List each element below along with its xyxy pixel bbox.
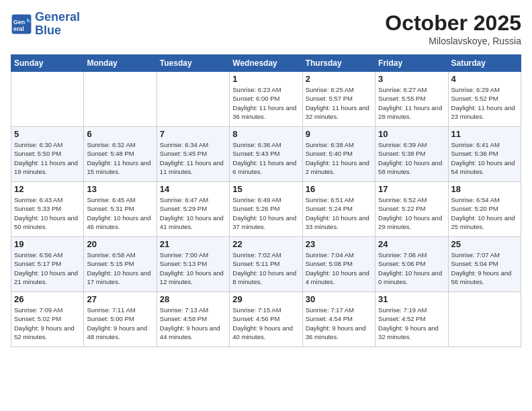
header: Gen eral General Blue October 2025 Milos… [11, 11, 521, 46]
day-number: 30 [306, 294, 372, 304]
logo-text-line2: Blue [35, 24, 80, 38]
day-info: Sunrise: 6:38 AM Sunset: 5:40 PM Dayligh… [306, 140, 372, 176]
day-number: 3 [378, 74, 445, 84]
week-row-3: 12Sunrise: 6:43 AM Sunset: 5:33 PM Dayli… [11, 182, 521, 237]
day-number: 25 [451, 239, 518, 249]
day-cell [157, 72, 229, 127]
day-info: Sunrise: 7:17 AM Sunset: 4:54 PM Dayligh… [306, 306, 372, 341]
day-cell: 2Sunrise: 6:25 AM Sunset: 5:57 PM Daylig… [302, 72, 375, 127]
day-info: Sunrise: 6:23 AM Sunset: 6:00 PM Dayligh… [232, 85, 299, 121]
day-info: Sunrise: 6:25 AM Sunset: 5:57 PM Dayligh… [306, 85, 372, 121]
day-cell: 8Sunrise: 6:36 AM Sunset: 5:43 PM Daylig… [230, 127, 302, 182]
day-info: Sunrise: 7:09 AM Sunset: 5:02 PM Dayligh… [14, 306, 81, 341]
day-cell: 16Sunrise: 6:51 AM Sunset: 5:24 PM Dayli… [302, 182, 375, 237]
day-number: 11 [451, 129, 518, 139]
day-info: Sunrise: 7:00 AM Sunset: 5:13 PM Dayligh… [160, 250, 226, 286]
day-cell: 5Sunrise: 6:30 AM Sunset: 5:50 PM Daylig… [11, 127, 84, 182]
day-cell: 27Sunrise: 7:11 AM Sunset: 5:00 PM Dayli… [84, 292, 157, 347]
col-friday: Friday [375, 55, 448, 72]
calendar-container: Gen eral General Blue October 2025 Milos… [0, 0, 532, 411]
day-info: Sunrise: 6:56 AM Sunset: 5:17 PM Dayligh… [14, 250, 81, 286]
day-info: Sunrise: 6:45 AM Sunset: 5:31 PM Dayligh… [87, 195, 153, 231]
day-cell: 6Sunrise: 6:32 AM Sunset: 5:48 PM Daylig… [84, 127, 157, 182]
day-number: 14 [160, 184, 226, 194]
day-info: Sunrise: 6:49 AM Sunset: 5:26 PM Dayligh… [232, 195, 299, 231]
calendar-header-row: Sunday Monday Tuesday Wednesday Thursday… [11, 55, 521, 72]
day-info: Sunrise: 7:15 AM Sunset: 4:56 PM Dayligh… [232, 306, 299, 341]
col-tuesday: Tuesday [157, 55, 229, 72]
day-number: 13 [87, 184, 153, 194]
day-number: 6 [87, 129, 153, 139]
day-number: 28 [160, 294, 226, 304]
day-cell: 24Sunrise: 7:06 AM Sunset: 5:06 PM Dayli… [375, 237, 448, 292]
day-cell: 21Sunrise: 7:00 AM Sunset: 5:13 PM Dayli… [157, 237, 229, 292]
day-cell: 17Sunrise: 6:52 AM Sunset: 5:22 PM Dayli… [375, 182, 448, 237]
day-info: Sunrise: 7:04 AM Sunset: 5:08 PM Dayligh… [306, 250, 372, 286]
day-cell: 15Sunrise: 6:49 AM Sunset: 5:26 PM Dayli… [230, 182, 302, 237]
day-number: 26 [14, 294, 81, 304]
day-info: Sunrise: 6:34 AM Sunset: 5:45 PM Dayligh… [160, 140, 226, 176]
day-cell: 29Sunrise: 7:15 AM Sunset: 4:56 PM Dayli… [230, 292, 302, 347]
day-cell [448, 292, 521, 347]
day-info: Sunrise: 7:06 AM Sunset: 5:06 PM Dayligh… [378, 250, 445, 286]
day-info: Sunrise: 6:39 AM Sunset: 5:38 PM Dayligh… [378, 140, 445, 176]
week-row-4: 19Sunrise: 6:56 AM Sunset: 5:17 PM Dayli… [11, 237, 521, 292]
day-number: 22 [232, 239, 299, 249]
day-cell: 13Sunrise: 6:45 AM Sunset: 5:31 PM Dayli… [84, 182, 157, 237]
day-cell [84, 72, 157, 127]
day-number: 5 [14, 129, 81, 139]
day-number: 15 [232, 184, 299, 194]
col-wednesday: Wednesday [230, 55, 302, 72]
day-number: 12 [14, 184, 81, 194]
day-info: Sunrise: 6:43 AM Sunset: 5:33 PM Dayligh… [14, 195, 81, 231]
day-number: 9 [306, 129, 372, 139]
day-info: Sunrise: 6:27 AM Sunset: 5:55 PM Dayligh… [378, 85, 445, 121]
logo: Gen eral General Blue [11, 11, 80, 38]
title-block: October 2025 Miloslavskoye, Russia [385, 11, 521, 46]
day-info: Sunrise: 6:30 AM Sunset: 5:50 PM Dayligh… [14, 140, 81, 176]
day-number: 29 [232, 294, 299, 304]
day-cell: 9Sunrise: 6:38 AM Sunset: 5:40 PM Daylig… [302, 127, 375, 182]
day-info: Sunrise: 6:29 AM Sunset: 5:52 PM Dayligh… [451, 85, 518, 121]
day-number: 1 [232, 74, 299, 84]
logo-text-line1: General [35, 11, 80, 24]
day-number: 19 [14, 239, 81, 249]
day-number: 10 [378, 129, 445, 139]
day-info: Sunrise: 6:58 AM Sunset: 5:15 PM Dayligh… [87, 250, 153, 286]
day-cell: 18Sunrise: 6:54 AM Sunset: 5:20 PM Dayli… [448, 182, 521, 237]
day-cell: 14Sunrise: 6:47 AM Sunset: 5:29 PM Dayli… [157, 182, 229, 237]
day-number: 27 [87, 294, 153, 304]
day-cell: 20Sunrise: 6:58 AM Sunset: 5:15 PM Dayli… [84, 237, 157, 292]
day-number: 8 [232, 129, 299, 139]
day-cell: 28Sunrise: 7:13 AM Sunset: 4:58 PM Dayli… [157, 292, 229, 347]
day-info: Sunrise: 6:32 AM Sunset: 5:48 PM Dayligh… [87, 140, 153, 176]
day-number: 18 [451, 184, 518, 194]
day-cell: 26Sunrise: 7:09 AM Sunset: 5:02 PM Dayli… [11, 292, 84, 347]
col-monday: Monday [84, 55, 157, 72]
svg-text:eral: eral [13, 25, 24, 32]
day-info: Sunrise: 7:13 AM Sunset: 4:58 PM Dayligh… [160, 306, 226, 341]
day-cell: 1Sunrise: 6:23 AM Sunset: 6:00 PM Daylig… [230, 72, 302, 127]
day-info: Sunrise: 6:36 AM Sunset: 5:43 PM Dayligh… [232, 140, 299, 176]
day-info: Sunrise: 6:54 AM Sunset: 5:20 PM Dayligh… [451, 195, 518, 231]
day-cell: 12Sunrise: 6:43 AM Sunset: 5:33 PM Dayli… [11, 182, 84, 237]
day-info: Sunrise: 7:02 AM Sunset: 5:11 PM Dayligh… [232, 250, 299, 286]
day-cell: 10Sunrise: 6:39 AM Sunset: 5:38 PM Dayli… [375, 127, 448, 182]
week-row-2: 5Sunrise: 6:30 AM Sunset: 5:50 PM Daylig… [11, 127, 521, 182]
day-number: 23 [306, 239, 372, 249]
location-subtitle: Miloslavskoye, Russia [385, 36, 521, 46]
day-number: 21 [160, 239, 226, 249]
day-number: 24 [378, 239, 445, 249]
day-number: 17 [378, 184, 445, 194]
day-cell: 30Sunrise: 7:17 AM Sunset: 4:54 PM Dayli… [302, 292, 375, 347]
logo-icon: Gen eral [11, 13, 32, 35]
day-number: 2 [306, 74, 372, 84]
month-title: October 2025 [385, 11, 521, 36]
day-info: Sunrise: 7:11 AM Sunset: 5:00 PM Dayligh… [87, 306, 153, 341]
day-number: 4 [451, 74, 518, 84]
day-cell: 19Sunrise: 6:56 AM Sunset: 5:17 PM Dayli… [11, 237, 84, 292]
col-sunday: Sunday [11, 55, 84, 72]
day-number: 31 [378, 294, 445, 304]
day-number: 16 [306, 184, 372, 194]
week-row-5: 26Sunrise: 7:09 AM Sunset: 5:02 PM Dayli… [11, 292, 521, 347]
